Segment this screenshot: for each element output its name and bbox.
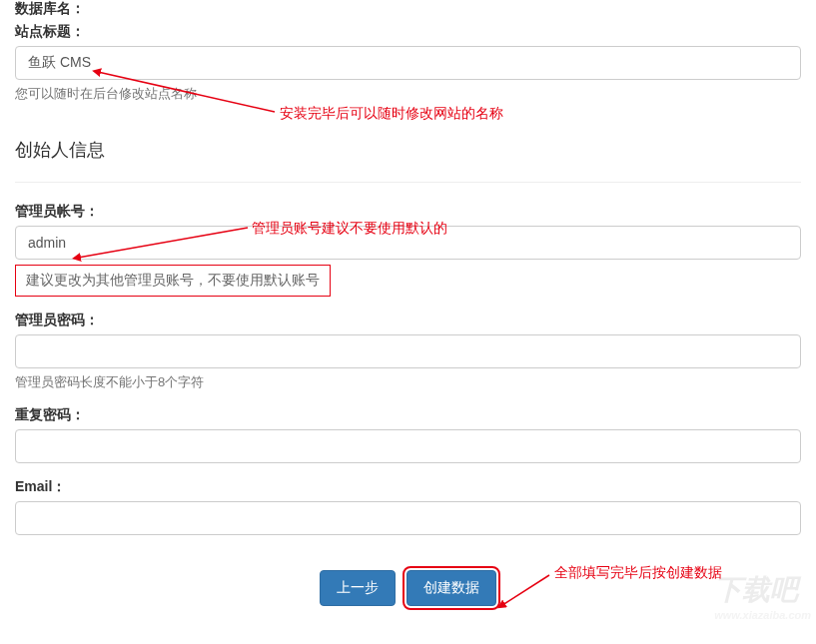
label-email: Email：: [15, 478, 801, 496]
admin-password-input[interactable]: [15, 334, 801, 368]
repeat-password-input[interactable]: [15, 429, 801, 463]
section-founder-info: 创始人信息: [15, 138, 801, 162]
watermark: 下载吧 www.xiazaiba.com: [714, 571, 811, 621]
email-input[interactable]: [15, 501, 801, 535]
label-database-name: 数据库名：: [15, 0, 801, 18]
annotation-create-data: 全部填写完毕后按创建数据: [554, 564, 722, 582]
help-site-title: 您可以随时在后台修改站点名称: [15, 85, 801, 103]
label-repeat-password: 重复密码：: [15, 406, 801, 424]
site-title-input[interactable]: [15, 46, 801, 80]
create-data-button[interactable]: 创建数据: [407, 570, 496, 606]
label-site-title: 站点标题：: [15, 23, 801, 41]
label-admin-password: 管理员密码：: [15, 312, 801, 329]
annotation-admin-account: 管理员账号建议不要使用默认的: [252, 220, 447, 238]
annotation-site-title: 安装完毕后可以随时修改网站的名称: [280, 105, 503, 123]
prev-button[interactable]: 上一步: [320, 570, 396, 606]
label-admin-account: 管理员帐号：: [15, 203, 801, 221]
divider: [15, 182, 801, 183]
help-admin-password: 管理员密码长度不能小于8个字符: [15, 373, 801, 391]
help-admin-account-warning: 建议更改为其他管理员账号，不要使用默认账号: [15, 265, 331, 297]
